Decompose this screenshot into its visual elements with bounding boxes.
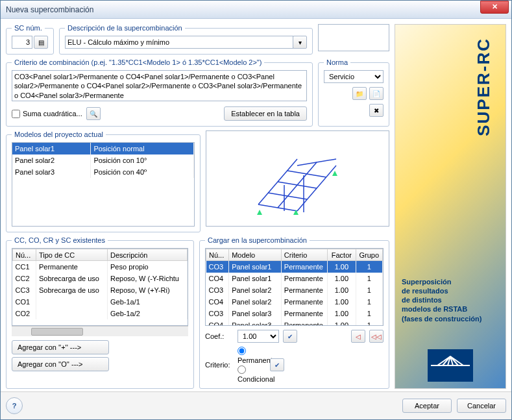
dialog-window: Nueva supercombinación ✕ SC núm. ▤ Descr…	[0, 0, 512, 420]
cc-group: CC, CO, CR y SC existentes Nú... Tipo de…	[6, 236, 194, 389]
svg-marker-10	[257, 210, 262, 215]
right-column: SUPER-RC Superposición de resultados de …	[395, 24, 506, 389]
sidebar-panel: SUPER-RC Superposición de resultados de …	[395, 24, 506, 389]
horizontal-scrollbar[interactable]	[12, 326, 188, 336]
table-row[interactable]: CC2Sobrecarga de usoReposo, W (-Y-Richtu	[13, 273, 188, 284]
agregar-o-button[interactable]: Agregar con ''O'' --->	[12, 357, 109, 371]
radio-condicional[interactable]	[238, 365, 246, 374]
double-arrow-left-icon: ◁◁	[371, 333, 382, 340]
check-icon: ✔	[287, 333, 293, 340]
radio-condicional-label[interactable]: Condicional	[238, 365, 266, 383]
description-group: Descripción de la supercombinación ▾	[59, 24, 313, 55]
norma-edit-button[interactable]: 📄	[369, 87, 384, 100]
dialog-footer: ? Aceptar Cancelar	[1, 391, 511, 419]
scnum-input[interactable]	[12, 36, 32, 49]
description-legend: Descripción de la supercombinación	[65, 24, 185, 32]
document-icon: 📄	[372, 90, 380, 97]
help-icon: ?	[12, 402, 17, 410]
criterio-group: Criterio de combinación (p.ej. "1.35*CC1…	[6, 58, 313, 127]
titlebar: Nueva supercombinación ✕	[1, 1, 511, 19]
close-button[interactable]: ✕	[480, 1, 509, 14]
norma-legend: Norma	[324, 58, 350, 66]
coef-select[interactable]: 1.00	[238, 330, 279, 343]
table-row[interactable]: CO4Panel solar3Permanente1.001	[206, 319, 383, 327]
norma-delete-button[interactable]: ✖	[369, 104, 384, 117]
svg-line-6	[278, 182, 317, 188]
scnum-group: SC núm. ▤	[6, 24, 54, 55]
table-row[interactable]: CO1Geb-1a/1	[13, 296, 188, 308]
table-row[interactable]: CO4Panel solar1Permanente1.001	[206, 273, 383, 284]
small-preview-box	[318, 24, 389, 51]
table-header-row: Nú... Tipo de CC Descripción	[13, 249, 188, 261]
table-row[interactable]: CO3Panel solar2Permanente1.001	[206, 284, 383, 296]
coef-label: Coef.:	[205, 332, 234, 340]
cargar-table-wrap[interactable]: Nú... Modelo Criterio Factor Grupo CO3Pa…	[205, 248, 384, 326]
scnum-list-button[interactable]: ▤	[34, 36, 48, 49]
agregar-plus-button[interactable]: Agregar con ''+'' --->	[12, 340, 109, 354]
modelos-group: Modelos del proyecto actual Panel solar1…	[6, 130, 201, 232]
remove-one-button[interactable]: ◁	[351, 330, 365, 343]
radio-permanente-label[interactable]: Permanente	[238, 347, 266, 364]
table-row[interactable]: CC1PermanentePeso propio	[13, 261, 188, 273]
remove-all-button[interactable]: ◁◁	[369, 330, 384, 343]
cc-legend: CC, CO, CR y SC existentes	[12, 236, 108, 244]
suma-checkbox[interactable]	[12, 110, 20, 118]
check-icon: ✔	[274, 362, 280, 369]
table-row[interactable]: Panel solar2Posición con 10°	[12, 154, 193, 166]
radio-permanente[interactable]	[238, 347, 246, 355]
table-row[interactable]: CO4Panel solar2Permanente1.001	[206, 296, 383, 308]
cargar-legend: Cargar en la supercombinación	[205, 236, 310, 244]
cargar-table: Nú... Modelo Criterio Factor Grupo CO3Pa…	[206, 249, 383, 326]
structure-svg	[239, 140, 356, 217]
suma-zoom-button[interactable]: 🔍	[86, 107, 101, 120]
modelos-table: Panel solar1Posición normal Panel solar2…	[12, 143, 194, 178]
cc-table-wrap[interactable]: Nú... Tipo de CC Descripción CC1Permanen…	[12, 248, 188, 326]
folder-new-icon: 📁	[356, 90, 363, 97]
ok-button[interactable]: Aceptar	[402, 399, 452, 413]
magnifier-icon: 🔍	[90, 110, 97, 117]
help-button[interactable]: ?	[6, 397, 23, 414]
suma-checkbox-label[interactable]: Suma cuadrática...	[12, 110, 82, 118]
coef-apply-button[interactable]: ✔	[283, 330, 297, 343]
brand-text: SUPER-RC	[474, 38, 494, 136]
structure-preview	[206, 130, 390, 227]
norma-select[interactable]: Servicio	[324, 70, 384, 83]
modelos-table-wrap[interactable]: Panel solar1Posición normal Panel solar2…	[12, 142, 195, 227]
svg-line-7	[287, 171, 326, 177]
table-row[interactable]: Panel solar3Posición con 40º	[12, 166, 193, 178]
delete-icon: ✖	[374, 107, 379, 114]
arrow-left-icon: ◁	[356, 333, 361, 340]
dialog-body: SC núm. ▤ Descripción de la supercombina…	[1, 19, 511, 391]
criterio-label: Criterio:	[205, 361, 234, 369]
window-title: Nueva supercombinación	[6, 5, 480, 14]
svg-line-4	[297, 159, 336, 166]
table-header-row: Nú... Modelo Criterio Factor Grupo	[206, 249, 383, 261]
criterio-legend: Criterio de combinación (p.ej. "1.35*CC1…	[12, 58, 264, 66]
modelos-legend: Modelos del proyecto actual	[12, 130, 106, 138]
svg-line-3	[258, 204, 297, 211]
cargar-group: Cargar en la supercombinación Nú... Mode…	[199, 236, 389, 389]
cancel-button[interactable]: Cancelar	[457, 399, 506, 413]
description-input[interactable]	[65, 36, 293, 49]
sidebar-blurb: Superposición de resultados de distintos…	[402, 277, 499, 323]
norma-new-button[interactable]: 📁	[352, 87, 367, 100]
cc-table: Nú... Tipo de CC Descripción CC1Permanen…	[12, 249, 188, 319]
table-row[interactable]: CC3Sobrecarga de usoReposo, W (+Y-Ri)	[13, 284, 188, 296]
suma-label: Suma cuadrática...	[23, 110, 82, 117]
establecer-button[interactable]: Establecer en la tabla	[224, 106, 307, 121]
description-dropdown-button[interactable]: ▾	[293, 36, 307, 49]
svg-marker-12	[332, 171, 337, 176]
norma-group: Norma Servicio 📁 📄 ✖	[318, 58, 389, 127]
svg-line-5	[268, 193, 307, 199]
criterio-textarea[interactable]: CO3<Panel solar1>/Permanente o CO4<Panel…	[12, 70, 307, 101]
bridge-icon	[428, 349, 473, 382]
table-row[interactable]: CO2Geb-1a/2	[13, 308, 188, 319]
left-column: SC núm. ▤ Descripción de la supercombina…	[6, 24, 389, 389]
table-row[interactable]: CO3Panel solar3Permanente1.001	[206, 308, 383, 319]
table-row[interactable]: Panel solar1Posición normal	[12, 143, 193, 154]
list-icon: ▤	[38, 39, 44, 46]
table-row[interactable]: CO3Panel solar1Permanente1.001	[206, 261, 383, 273]
criterio-apply-button[interactable]: ✔	[270, 358, 284, 371]
chevron-down-icon: ▾	[299, 39, 302, 46]
scnum-legend: SC núm.	[12, 24, 45, 32]
